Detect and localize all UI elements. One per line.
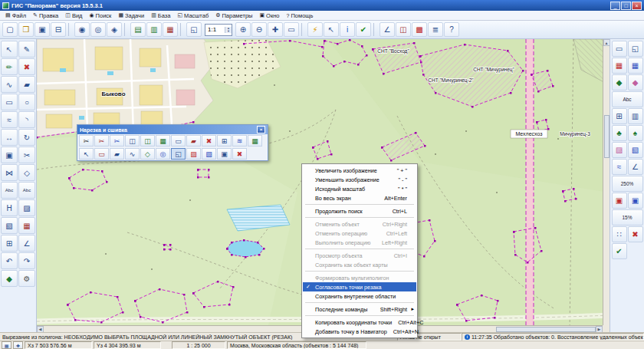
minimize-button[interactable]: _ [610,2,620,10]
green-diamond-tool[interactable]: ◆ [612,74,627,91]
red-grid-tool[interactable]: ▦ [612,58,627,74]
find-area-icon[interactable]: ◎ [90,22,106,37]
wave-tool[interactable]: ≈ [612,159,627,175]
sew-dividers-tool[interactable]: ≋ [232,135,247,147]
move-object-tool[interactable]: ↔ [1,129,18,146]
erase-outside-tool[interactable]: ▨ [186,148,201,160]
fill-tool[interactable]: ▧ [1,217,18,234]
toolbar-button[interactable] [301,23,305,36]
close-button[interactable]: × [632,2,642,10]
run-task-icon[interactable]: ⚡ [307,22,323,37]
panel-close-icon[interactable]: × [257,126,265,133]
menu-help[interactable]: ? Помощь [284,12,317,20]
menu-item-align-cutter-points[interactable]: ✓Согласовать точки резака [303,282,416,291]
menu-item-keep-inner-areas[interactable]: Сохранить внутренние области [303,291,416,301]
buffer-cutter-tool[interactable]: ◎ [156,148,170,160]
scale-spinner[interactable]: ▲ ▼ [225,27,232,33]
help-icon[interactable]: ? [444,22,459,37]
menu-item-recent-commands[interactable]: Последние командыShift+Right▸ [303,305,416,314]
menu-item-copy-coordinates[interactable]: Копировать координаты точкиCtrl+Alt+C [303,318,416,327]
crop-map-tool[interactable]: ◱ [171,148,186,160]
horizontal-text-tool[interactable]: H [1,199,18,216]
accept-icon[interactable]: ✔ [356,22,371,37]
scale-input[interactable]: 1:1 ▲ ▼ [205,24,232,36]
menu-window[interactable]: ▣ Окно [256,12,282,20]
chart-icon[interactable]: ◫ [396,22,411,37]
bush-tool[interactable]: ♠ [628,125,643,141]
object-info-icon[interactable]: i [340,22,355,37]
polygon-tool[interactable]: ▰ [18,76,35,93]
redo-tool[interactable]: ↷ [18,252,35,269]
find-object-icon[interactable]: ◉ [74,22,90,37]
hatch-blue-tool[interactable]: ▧ [628,142,643,158]
measure-icon[interactable]: ∠ [380,22,395,37]
palette-icon[interactable]: ▩ [412,22,427,37]
print-icon[interactable]: ⊟ [51,22,66,37]
select-tool[interactable]: ↖ [1,41,18,58]
menu-search[interactable]: ◉ Поиск [87,12,115,20]
maximize-button[interactable]: □ [621,2,631,10]
stitch-sheets-tool[interactable]: ◫ [140,135,155,147]
dots-tool[interactable]: ∷ [612,226,627,242]
map-vertical-scrollbar[interactable]: ▲ [603,39,610,325]
delete-object-tool[interactable]: ✖ [18,58,35,75]
undo-tool[interactable]: ↶ [1,252,18,269]
menu-item-zoom-in[interactable]: Увеличить изображение" + " [303,166,416,175]
arc-tool[interactable]: ◝ [18,111,35,128]
entire-map-icon[interactable]: ▭ [284,22,299,37]
pan-icon[interactable]: ✚ [268,22,283,37]
menu-item-execute-operation[interactable]: Выполнить операциюLeft+Right [303,238,416,247]
menu-edit[interactable]: ✎ Правка [30,12,61,20]
close-task-tool[interactable]: ✖ [232,148,247,160]
zoom-in-icon[interactable]: ⊕ [235,22,251,37]
zoom-250-button[interactable]: 250% [612,176,643,192]
zoom-out-icon[interactable]: ⊖ [251,22,267,37]
toolbar-button[interactable] [180,23,184,36]
scroll-right-icon[interactable]: ▶ [596,326,603,333]
text-title-tool[interactable]: Abc [18,182,35,199]
cut-sheet-tool[interactable]: ◫ [125,135,140,147]
square-red-tool[interactable]: ▣ [612,193,627,209]
square-blue-tool[interactable]: ▣ [628,193,643,209]
erase-inside-tool[interactable]: ▧ [202,148,216,160]
merge-sheets-tool[interactable]: ⊞ [217,135,232,147]
object-cutter-tool[interactable]: ◇ [140,148,155,160]
menu-item-continue-search[interactable]: Продолжить поискCtrl+L [303,206,416,216]
menu-item-add-point-navigator[interactable]: Добавить точку в НавигаторCtrl+Alt+N [303,327,416,336]
grid-tool[interactable]: ⊞ [612,108,627,124]
cut-stitch-panel-titlebar[interactable]: Нарезка и сшивка × [77,125,268,134]
join-objects-tool[interactable]: ⋈ [1,164,18,181]
hatch-pink-tool[interactable]: ▨ [612,142,627,158]
select-mode-icon[interactable]: ↖ [324,22,339,37]
cut-line-tool[interactable]: ✂ [94,135,109,147]
toolbar-button[interactable] [373,23,377,36]
save-result-tool[interactable]: ▣ [217,148,232,160]
circle-tool[interactable]: ○ [18,94,35,110]
text-label-tool[interactable]: Abc [1,182,18,199]
menu-file[interactable]: ▤ Файл [2,12,29,20]
pink-diamond-tool[interactable]: ◆ [628,74,643,91]
menu-item-fullscreen[interactable]: Во весь экранAlt+Enter [303,193,416,202]
open-map-icon[interactable]: ❒ [18,22,34,37]
rectangle-tool[interactable]: ▭ [1,94,18,110]
poly-cutter-tool[interactable]: ▰ [110,148,124,160]
menu-scale[interactable]: ◱ Масштаб [174,12,212,20]
polyline-tool[interactable]: ∿ [1,76,18,93]
menu-base[interactable]: ▥ База [148,12,173,20]
cut-by-frame-tool[interactable]: ▭ [171,135,186,147]
angle-tool[interactable]: ∠ [628,159,643,175]
cut-polygon-tool[interactable]: ✂ [79,135,94,147]
settings-tool[interactable]: ⚙ [18,270,35,287]
layers-icon[interactable]: ▥ [146,22,162,37]
bars-tool[interactable]: ▥ [628,108,643,124]
zoom-window-icon[interactable]: ◱ [186,22,202,37]
toolbar-button[interactable] [124,23,128,36]
spin-down-icon[interactable]: ▼ [225,30,232,33]
edit-point-tool[interactable]: ✎ [18,41,35,58]
grid-snap-tool[interactable]: ⊞ [1,235,18,252]
macros-tool[interactable]: ◆ [1,270,18,287]
menu-item-cancel-object[interactable]: Отменить объектCtrl+Right [303,219,416,229]
spline-tool[interactable]: ≈ [1,111,18,128]
map-view-button[interactable]: ▦ [2,341,12,349]
coords-mode-button[interactable]: ✚ [13,341,23,349]
